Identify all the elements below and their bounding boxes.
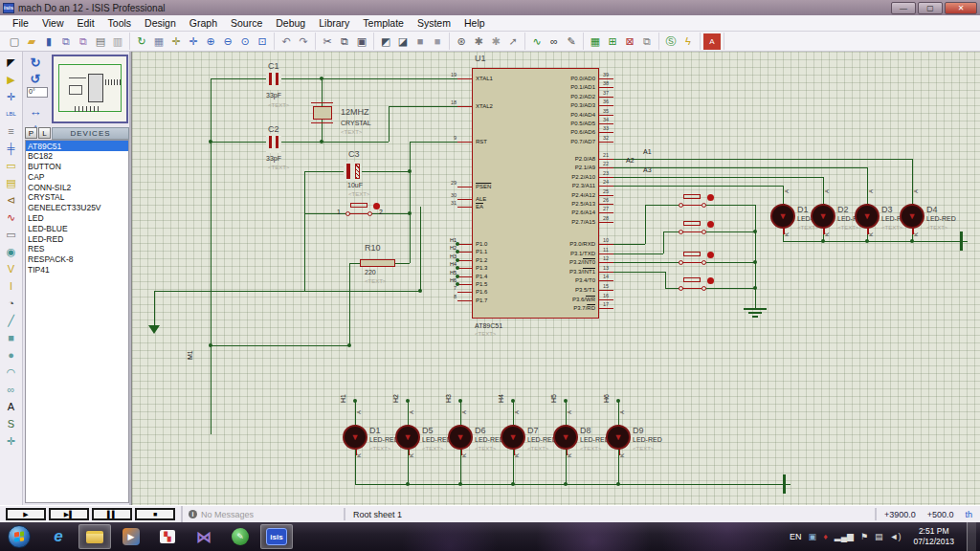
led-d6[interactable]: ▼ <box>448 425 473 450</box>
led-d5[interactable]: ▼ <box>395 425 420 450</box>
menu-tools[interactable]: Tools <box>101 16 139 30</box>
terminal-mode-icon[interactable]: ▤ <box>2 174 21 191</box>
step-button[interactable]: ▶▌ <box>49 508 89 520</box>
show-desktop-button[interactable] <box>967 522 976 551</box>
button-contact[interactable] <box>702 286 706 291</box>
line-2d-icon[interactable]: ╱ <box>2 312 21 329</box>
start-button[interactable] <box>8 525 31 548</box>
device-item-tip41[interactable]: TIP41 <box>26 265 128 276</box>
language-indicator[interactable]: EN <box>790 532 802 541</box>
new-design-icon[interactable]: ▢ <box>6 33 23 50</box>
script-mode-icon[interactable]: ≡ <box>2 122 21 140</box>
arc-2d-icon[interactable]: ◠ <box>2 364 21 381</box>
close-button[interactable]: ✕ <box>945 2 977 14</box>
play-button[interactable]: ▶ <box>6 508 46 520</box>
maximize-button[interactable]: ▢ <box>918 2 943 14</box>
menu-graph[interactable]: Graph <box>183 16 224 30</box>
menu-debug[interactable]: Debug <box>269 16 312 30</box>
button-contact[interactable] <box>702 230 706 234</box>
zoom-all-icon[interactable]: ⊙ <box>236 33 254 50</box>
push-button[interactable] <box>683 277 701 282</box>
rotate-clockwise-button[interactable]: ↻ <box>27 55 44 71</box>
led-d4[interactable]: ▼ <box>900 204 924 229</box>
capacitor-plate[interactable] <box>276 136 278 148</box>
device-item-cap[interactable]: CAP <box>26 171 128 182</box>
junction-mode-icon[interactable]: ✛ <box>2 88 21 105</box>
netlist-to-ares-icon[interactable]: A <box>703 33 721 50</box>
button-contact[interactable] <box>702 203 706 208</box>
menu-template[interactable]: Template <box>356 16 411 30</box>
text-2d-icon[interactable]: A <box>2 398 21 415</box>
taskbar-isis-icon[interactable]: isis <box>260 524 293 549</box>
schematic-canvas[interactable]: U1AT89C51<TEXT>19XTAL118XTAL29RST29PSEN3… <box>131 52 980 505</box>
rotation-angle-field[interactable]: 0° <box>27 87 48 98</box>
c3-plate[interactable] <box>346 164 350 179</box>
pick-parts-icon[interactable]: ⊛ <box>453 33 470 50</box>
led-d7[interactable]: ▼ <box>501 425 525 450</box>
redo-icon[interactable]: ↷ <box>295 33 312 50</box>
search-tag-icon[interactable]: ∞ <box>546 33 563 50</box>
overview-pane[interactable] <box>52 55 128 123</box>
push-button[interactable] <box>350 203 368 208</box>
grid-toggle-icon[interactable]: ▦ <box>150 33 167 50</box>
subcircuit-mode-icon[interactable]: ▭ <box>2 157 21 174</box>
device-item-led-blue[interactable]: LED-BLUE <box>26 223 128 233</box>
device-item-conn-sil2[interactable]: CONN-SIL2 <box>26 182 128 192</box>
tray-action-center-icon[interactable]: ▤ <box>875 532 883 541</box>
copy-icon[interactable]: ⧉ <box>336 33 353 50</box>
bus-mode-icon[interactable]: ╪ <box>2 140 21 157</box>
undo-icon[interactable]: ↶ <box>278 33 295 50</box>
taskbar-kmplayer-icon[interactable]: ⋈ <box>188 524 220 549</box>
push-button[interactable] <box>683 221 701 226</box>
library-manager-button[interactable]: L <box>38 127 51 139</box>
tray-volume-icon[interactable]: ◄) <box>890 532 902 541</box>
device-pin-mode-icon[interactable]: ⊲ <box>2 191 21 209</box>
taskbar-ie-icon[interactable]: e <box>42 524 75 549</box>
paste-icon[interactable]: ▣ <box>353 33 370 50</box>
selection-mode-icon[interactable]: ◤ <box>2 54 21 71</box>
rotate-anticlockwise-button[interactable]: ↺ <box>27 71 44 87</box>
marker-2d-icon[interactable]: ✛ <box>2 432 21 450</box>
pick-devices-button[interactable]: P <box>25 127 37 139</box>
symbol-2d-icon[interactable]: S <box>2 415 21 432</box>
taskbar-explorer-icon[interactable] <box>78 524 111 549</box>
menu-help[interactable]: Help <box>457 16 492 30</box>
tray-security-icon[interactable]: ♦ <box>823 532 828 541</box>
device-item-bc182[interactable]: BC182 <box>26 151 128 162</box>
make-device-icon[interactable]: ✱ <box>470 33 487 50</box>
menu-file[interactable]: File <box>6 16 35 30</box>
design-explorer-icon[interactable]: ▦ <box>587 33 604 50</box>
led-d8[interactable]: ▼ <box>553 425 578 450</box>
component-mode-icon[interactable]: ▶ <box>2 71 21 88</box>
zoom-in-icon[interactable]: ⊕ <box>202 33 219 50</box>
box-2d-icon[interactable]: ■ <box>2 329 21 346</box>
block-move-icon[interactable]: ◪ <box>394 33 412 50</box>
property-assignment-icon[interactable]: ✎ <box>563 33 580 50</box>
led-d1[interactable]: ▼ <box>770 204 795 229</box>
pause-button[interactable]: ▌▌ <box>92 508 132 520</box>
menu-design[interactable]: Design <box>138 16 183 30</box>
electrical-check-icon[interactable]: ϟ <box>679 33 697 50</box>
device-item-genelect33u25v[interactable]: GENELECT33U25V <box>26 203 128 213</box>
false-origin-icon[interactable]: ✛ <box>167 33 185 50</box>
tape-recorder-mode-icon[interactable]: ▭ <box>2 226 21 243</box>
capacitor-plate[interactable] <box>269 136 272 148</box>
zoom-area-icon[interactable]: ⊡ <box>254 33 271 50</box>
bill-of-materials-icon[interactable]: Ⓢ <box>662 33 679 50</box>
path-2d-icon[interactable]: ∞ <box>2 381 21 398</box>
device-item-res[interactable]: RES <box>26 244 128 254</box>
wire-autorouter-icon[interactable]: ∿ <box>528 33 546 50</box>
taskbar-clock[interactable]: 2:51 PM 07/12/2013 <box>907 526 960 546</box>
packaging-tool-icon[interactable]: ✱ <box>487 33 504 50</box>
new-sheet-icon[interactable]: ⊞ <box>604 33 621 50</box>
export-section-icon[interactable]: ⧉ <box>75 33 92 50</box>
menu-source[interactable]: Source <box>224 16 269 30</box>
led-d2[interactable]: ▼ <box>811 204 835 229</box>
cut-icon[interactable]: ✂ <box>319 33 336 50</box>
device-item-led[interactable]: LED <box>26 213 128 224</box>
tray-signal-icon[interactable]: ▂▄▆ <box>835 532 854 541</box>
led-d3[interactable]: ▼ <box>855 204 880 229</box>
button-contact[interactable] <box>702 260 706 265</box>
capacitor-plate[interactable] <box>276 73 278 85</box>
redraw-icon[interactable]: ↻ <box>133 33 150 50</box>
